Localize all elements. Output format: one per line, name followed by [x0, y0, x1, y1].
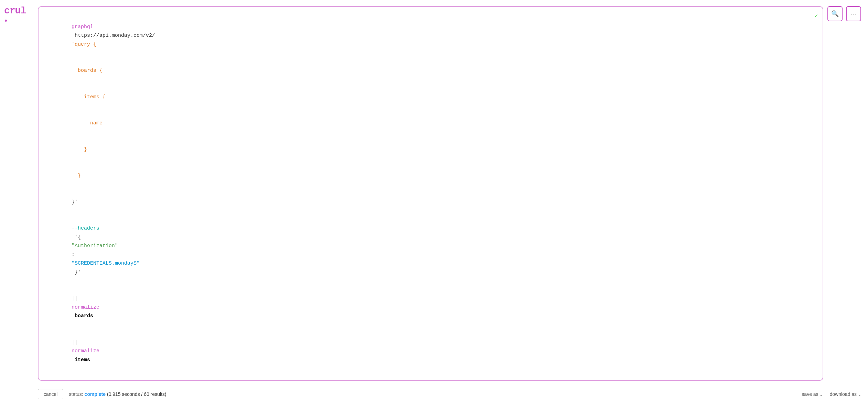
status-bar: cancel status: complete (0.915 seconds /…: [38, 389, 861, 399]
headers-flag: --headers: [72, 225, 99, 231]
name-field: name: [72, 120, 102, 126]
keyword-graphql: graphql: [72, 24, 93, 30]
top-right-actions: 🔍 ⋯: [827, 6, 861, 21]
main-content: 🔍 ⋯ ✓ graphql https://api.monday.com/v2/…: [31, 0, 868, 400]
normalize-2: normalize: [72, 348, 99, 354]
logo-text: crul: [4, 5, 26, 16]
code-line-4: name: [47, 110, 814, 137]
colon: :: [72, 252, 78, 258]
code-line-10: || normalize items: [47, 329, 814, 373]
normalize-items: items: [72, 357, 90, 363]
code-line-7: }': [47, 189, 814, 215]
normalize-1: normalize: [72, 304, 99, 310]
code-line-6: }: [47, 163, 814, 189]
url-text: https://api.monday.com/v2/: [72, 33, 158, 38]
code-line-5: }: [47, 136, 814, 163]
more-icon: ⋯: [850, 10, 857, 18]
auth-key: "Authorization": [72, 243, 118, 249]
pipe-1: ||: [72, 296, 81, 301]
query-close: }': [72, 199, 78, 205]
close-brace-2: }: [72, 173, 81, 179]
save-as-arrow-icon: ⌄: [820, 392, 823, 397]
headers-close: }': [72, 269, 81, 275]
cancel-button[interactable]: cancel: [38, 389, 63, 399]
code-line-8: --headers '{ "Authorization" : "$CREDENT…: [47, 215, 814, 286]
pipe-2: ||: [72, 340, 81, 345]
code-line-1: graphql https://api.monday.com/v2/ 'quer…: [47, 14, 814, 58]
code-line-9: || normalize boards: [47, 286, 814, 330]
check-mark-icon: ✓: [814, 12, 818, 21]
code-editor[interactable]: ✓ graphql https://api.monday.com/v2/ 'qu…: [38, 6, 823, 381]
save-download-actions: save as ⌄ download as ⌄: [802, 391, 861, 397]
save-as-button[interactable]: save as ⌄: [802, 391, 823, 397]
items-keyword: items {: [72, 94, 106, 100]
status-meta: (0.915 seconds / 60 results): [107, 391, 166, 397]
query-string: 'query {: [72, 42, 96, 47]
search-icon: 🔍: [831, 10, 839, 18]
credentials-value: "$CREDENTIALS.monday$": [72, 260, 140, 266]
search-button[interactable]: 🔍: [827, 6, 843, 21]
status-value: complete: [85, 391, 106, 397]
close-brace-1: }: [72, 147, 87, 153]
status-label: status: complete (0.915 seconds / 60 res…: [69, 391, 166, 397]
normalize-boards: boards: [72, 313, 93, 319]
logo-area: crul: [0, 0, 31, 400]
code-line-2: boards {: [47, 58, 814, 84]
app-logo: crul: [4, 6, 27, 25]
download-as-button[interactable]: download as ⌄: [829, 391, 861, 397]
boards-keyword: boards {: [72, 68, 102, 74]
headers-open: '{: [72, 234, 84, 240]
code-line-3: items {: [47, 84, 814, 110]
more-options-button[interactable]: ⋯: [846, 6, 861, 21]
logo-dot: [5, 20, 7, 22]
download-as-arrow-icon: ⌄: [858, 392, 861, 397]
